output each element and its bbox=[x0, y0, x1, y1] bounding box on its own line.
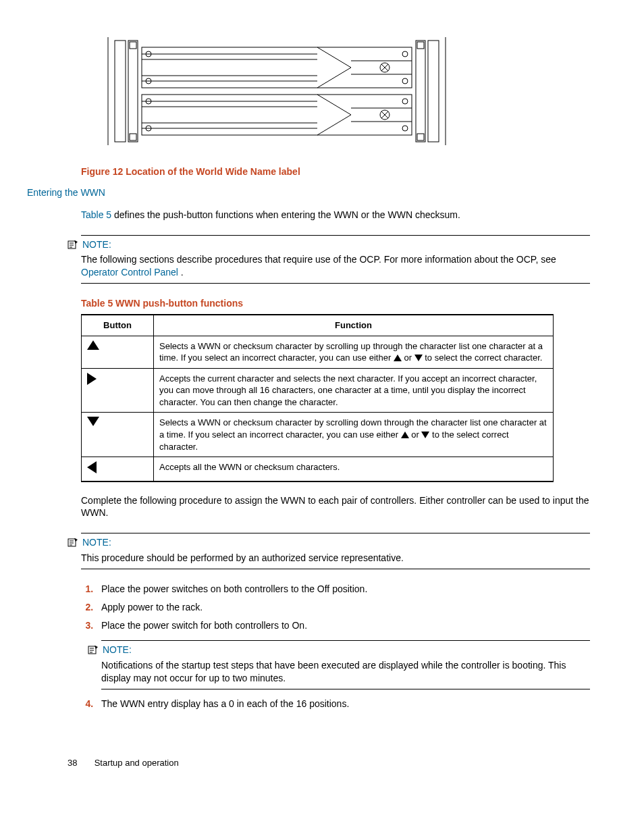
th-function: Function bbox=[154, 315, 554, 336]
up-arrow-icon bbox=[394, 355, 402, 361]
intro-text: defines the push-button functions when e… bbox=[111, 209, 460, 220]
left-arrow-icon bbox=[87, 461, 97, 473]
table-5-link[interactable]: Table 5 bbox=[81, 209, 111, 220]
push-button-table: Button Function Selects a WWN or checksu… bbox=[81, 314, 554, 481]
th-button: Button bbox=[82, 315, 154, 336]
table-row: Selects a WWN or checksum character by s… bbox=[82, 336, 554, 368]
svg-line-17 bbox=[317, 68, 351, 88]
svg-rect-10 bbox=[142, 47, 412, 88]
step-3: Place the power switch for both controll… bbox=[96, 619, 590, 689]
down-arrow-icon bbox=[87, 417, 99, 426]
note-title: NOTE: bbox=[103, 644, 132, 656]
svg-rect-9 bbox=[417, 134, 424, 140]
step-1: Place the power switches on both control… bbox=[96, 583, 590, 596]
note-icon bbox=[88, 645, 99, 654]
svg-rect-11 bbox=[142, 95, 412, 135]
svg-rect-7 bbox=[130, 134, 136, 140]
note-block-2: NOTE: This procedure should be performed… bbox=[81, 533, 590, 569]
note-body: Notifications of the startup test steps … bbox=[101, 659, 590, 685]
note-block-1: NOTE: The following sections describe pr… bbox=[81, 235, 590, 284]
svg-rect-3 bbox=[128, 41, 138, 142]
row-function: Selects a WWN or checksum character by s… bbox=[154, 413, 554, 457]
down-arrow-icon bbox=[421, 432, 429, 438]
svg-point-40 bbox=[402, 99, 408, 104]
procedure-steps: Place the power switches on both control… bbox=[81, 583, 590, 710]
ocp-link[interactable]: Operator Control Panel bbox=[81, 267, 178, 278]
row-function: Accepts the current character and select… bbox=[154, 368, 554, 413]
svg-line-25 bbox=[317, 115, 351, 135]
intro-paragraph: Table 5 defines the push-button function… bbox=[81, 209, 590, 221]
figure-caption: Figure 12 Location of the World Wide Nam… bbox=[81, 165, 590, 178]
note-body: This procedure should be performed by an… bbox=[81, 552, 590, 565]
page-footer: 38 Startup and operation bbox=[68, 757, 590, 769]
step-4: The WWN entry display has a 0 in each of… bbox=[96, 698, 590, 710]
down-arrow-icon bbox=[414, 355, 423, 361]
svg-rect-5 bbox=[428, 41, 439, 142]
row-function: Accepts all the WWN or checksum characte… bbox=[154, 457, 554, 481]
svg-point-41 bbox=[402, 126, 408, 131]
device-diagram bbox=[81, 34, 590, 152]
after-table-paragraph: Complete the following procedure to assi… bbox=[81, 494, 590, 520]
step-2: Apply power to the rack. bbox=[96, 601, 590, 614]
note-body: The following sections describe procedur… bbox=[81, 253, 590, 279]
up-arrow-icon bbox=[87, 340, 99, 350]
wwn-label-diagram bbox=[101, 34, 452, 149]
note-title: NOTE: bbox=[82, 238, 111, 251]
table-caption: Table 5 WWN push-button functions bbox=[81, 297, 590, 310]
table-row: Accepts all the WWN or checksum characte… bbox=[82, 457, 554, 481]
footer-section: Startup and operation bbox=[95, 758, 179, 768]
svg-point-38 bbox=[402, 51, 408, 57]
svg-line-24 bbox=[317, 95, 351, 115]
note-icon bbox=[68, 538, 78, 547]
section-heading: Entering the WWN bbox=[27, 186, 590, 199]
table-row: Accepts the current character and select… bbox=[82, 368, 554, 413]
page-number: 38 bbox=[68, 757, 92, 769]
svg-rect-2 bbox=[115, 41, 126, 142]
svg-rect-6 bbox=[130, 42, 136, 49]
note-icon bbox=[68, 240, 78, 249]
row-function: Selects a WWN or checksum character by s… bbox=[154, 336, 554, 368]
svg-point-39 bbox=[402, 78, 408, 84]
table-row: Selects a WWN or checksum character by s… bbox=[82, 413, 554, 457]
svg-rect-4 bbox=[416, 41, 425, 142]
svg-line-16 bbox=[317, 47, 351, 68]
svg-rect-8 bbox=[417, 42, 424, 49]
right-arrow-icon bbox=[87, 373, 97, 385]
note-block-3: NOTE: Notifications of the startup test … bbox=[101, 640, 590, 689]
note-title: NOTE: bbox=[82, 536, 111, 549]
up-arrow-icon bbox=[401, 432, 409, 438]
